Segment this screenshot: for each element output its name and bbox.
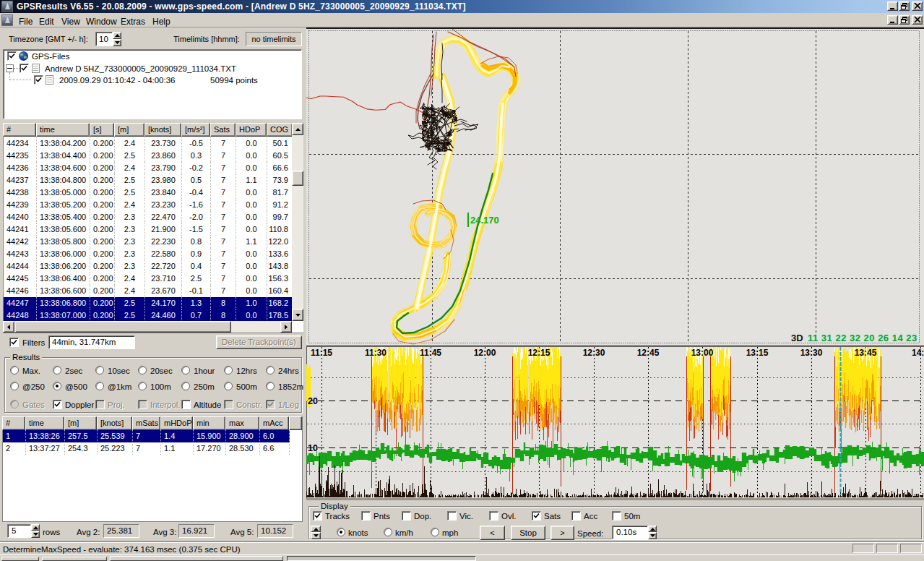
svg-text:13:15: 13:15 — [746, 348, 769, 358]
svg-text:13:45: 13:45 — [855, 348, 877, 358]
svg-text:13:30: 13:30 — [800, 348, 823, 358]
svg-text:14:0: 14:0 — [912, 348, 924, 358]
svg-text:12:00: 12:00 — [474, 348, 496, 358]
svg-text:10: 10 — [308, 443, 318, 453]
svg-text:11 31 22 32 20 26 14 23: 11 31 22 32 20 26 14 23 — [808, 333, 917, 343]
svg-text:12:45: 12:45 — [637, 348, 660, 358]
svg-text:24.170: 24.170 — [470, 215, 499, 226]
svg-text:11:30: 11:30 — [365, 348, 387, 358]
svg-text:12:30: 12:30 — [583, 348, 605, 358]
svg-text:13:00: 13:00 — [691, 348, 714, 358]
svg-text:11:15: 11:15 — [311, 348, 332, 358]
svg-text:20: 20 — [308, 396, 318, 406]
svg-text:11:45: 11:45 — [420, 348, 441, 358]
svg-text:12:15: 12:15 — [528, 348, 550, 358]
svg-text:3D: 3D — [791, 333, 803, 343]
